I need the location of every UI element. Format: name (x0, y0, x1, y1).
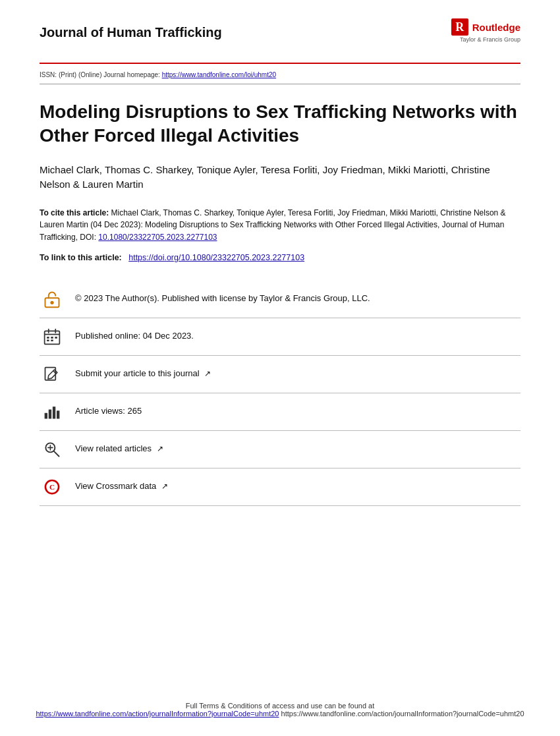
issn-link[interactable]: https://www.tandfonline.com/loi/uhmt20 (162, 71, 276, 78)
footer-url-text: https://www.tandfonline.com/action/journ… (281, 710, 524, 718)
svg-rect-7 (51, 337, 53, 339)
footer: Full Terms & Conditions of access and us… (0, 702, 560, 718)
article-title: Modeling Disruptions to Sex Trafficking … (40, 100, 520, 148)
citation-doi-link[interactable]: 10.1080/23322705.2023.2277103 (98, 233, 217, 242)
svg-rect-8 (55, 337, 57, 339)
svg-rect-10 (51, 339, 53, 341)
submit-article-link[interactable]: Submit your article to this journal ↗ (75, 368, 211, 378)
article-views-text: Article views: 265 (75, 405, 142, 417)
published-date-row: Published online: 04 Dec 2023. (40, 318, 520, 356)
main-content: Modeling Disruptions to Sex Trafficking … (0, 84, 560, 506)
svg-point-1 (50, 300, 53, 304)
related-articles-row: View related articles ↗ (40, 431, 520, 468)
svg-rect-16 (57, 410, 59, 418)
routledge-label: Routledge (472, 22, 520, 33)
ext-link-icon: ↗ (204, 369, 211, 378)
link-block: To link to this article: https://doi.org… (40, 253, 520, 262)
article-views-row: Article views: 265 (40, 393, 520, 431)
issn-label: ISSN: (Print) (Online) Journal homepage: (40, 71, 162, 78)
edit-icon (40, 365, 65, 383)
calendar-icon (40, 327, 65, 346)
svg-rect-6 (47, 337, 49, 339)
citation-label: To cite this article: (40, 208, 109, 217)
bar-chart-icon (40, 403, 65, 421)
open-access-row: © 2023 The Author(s). Published with lic… (40, 281, 520, 318)
svg-rect-14 (49, 409, 51, 418)
crossmark-icon: C (40, 478, 65, 496)
link-label: To link to this article: (40, 253, 122, 262)
page: Journal of Human Trafficking R Routledge… (0, 0, 560, 736)
related-articles-text[interactable]: View related articles ↗ (75, 443, 163, 455)
open-access-icon (40, 290, 65, 308)
crossmark-ext-link-icon: ↗ (161, 482, 168, 491)
svg-rect-9 (47, 339, 49, 341)
published-date-text: Published online: 04 Dec 2023. (75, 330, 194, 342)
article-link[interactable]: https://doi.org/10.1080/23322705.2023.22… (128, 253, 304, 262)
svg-text:C: C (49, 483, 55, 491)
submit-article-text[interactable]: Submit your article to this journal ↗ (75, 368, 211, 380)
crossmark-row: C View Crossmark data ↗ (40, 468, 520, 506)
journal-title: Journal of Human Trafficking (40, 18, 222, 40)
issn-bar: ISSN: (Print) (Online) Journal homepage:… (40, 63, 520, 84)
taylor-francis-label: Taylor & Francis Group (460, 36, 520, 43)
footer-line2: https://www.tandfonline.com/action/journ… (0, 710, 560, 718)
submit-article-row: Submit your article to this journal ↗ (40, 356, 520, 393)
footer-link[interactable]: https://www.tandfonline.com/action/journ… (36, 710, 279, 718)
crossmark-text[interactable]: View Crossmark data ↗ (75, 480, 168, 492)
footer-line1: Full Terms & Conditions of access and us… (0, 702, 560, 710)
routledge-logo: R Routledge Taylor & Francis Group (451, 18, 520, 43)
svg-line-18 (54, 451, 59, 456)
authors: Michael Clark, Thomas C. Sharkey, Toniqu… (40, 163, 520, 192)
crossmark-link[interactable]: View Crossmark data ↗ (75, 481, 168, 491)
svg-rect-15 (53, 407, 55, 418)
info-section: © 2023 The Author(s). Published with lic… (40, 281, 520, 506)
citation-block: To cite this article: Michael Clark, Tho… (40, 207, 520, 244)
related-articles-link[interactable]: View related articles ↗ (75, 443, 163, 453)
related-ext-link-icon: ↗ (157, 444, 163, 453)
routledge-logo-inner: R Routledge (451, 18, 520, 36)
search-related-icon (40, 440, 65, 459)
issn-text: ISSN: (Print) (Online) Journal homepage:… (40, 71, 276, 78)
svg-rect-13 (45, 412, 47, 418)
open-access-text: © 2023 The Author(s). Published with lic… (75, 293, 370, 304)
r-icon: R (451, 18, 468, 36)
header: Journal of Human Trafficking R Routledge… (0, 0, 560, 43)
